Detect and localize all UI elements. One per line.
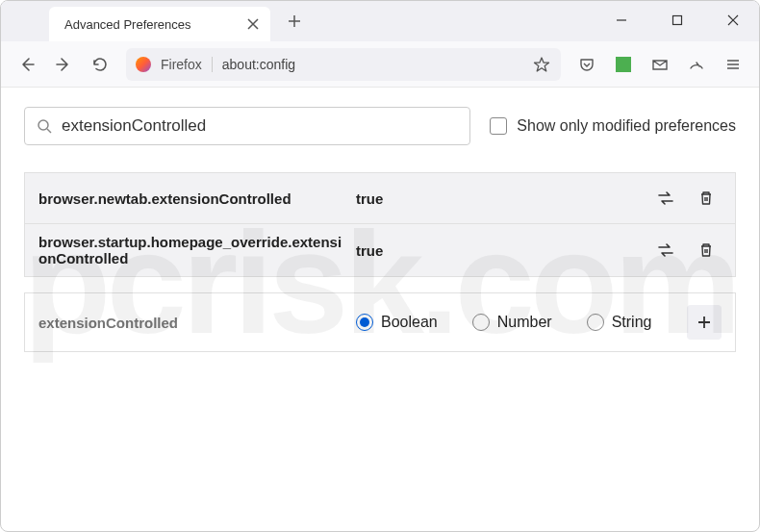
bookmark-star-icon[interactable] [532,55,551,74]
close-tab-icon[interactable] [245,16,261,32]
pref-row[interactable]: browser.newtab.extensionControlled true [25,173,735,224]
back-button[interactable] [11,48,43,81]
pref-row[interactable]: browser.startup.homepage_override.extens… [25,224,735,276]
type-radio-string[interactable]: String [587,314,652,331]
toggle-button[interactable] [650,235,681,266]
add-pref-button[interactable] [687,305,722,340]
new-pref-row: extensionControlled Boolean Number Strin… [24,292,736,352]
search-input[interactable] [62,116,458,136]
new-pref-name: extensionControlled [38,315,356,331]
radio-label: Boolean [381,314,438,331]
radio-icon [356,314,373,331]
pref-name: browser.startup.homepage_override.extens… [38,234,356,266]
checkbox-icon [490,117,507,135]
new-tab-button[interactable] [280,7,309,36]
preferences-list: browser.newtab.extensionControlled true … [24,172,736,277]
svg-point-1 [38,120,48,130]
pocket-icon[interactable] [570,48,603,81]
type-radio-number[interactable]: Number [472,314,552,331]
address-bar[interactable]: Firefox about:config [126,48,561,81]
close-window-button[interactable] [716,6,750,35]
tab-title: Advanced Preferences [64,17,191,32]
speed-icon[interactable] [680,48,713,81]
reload-button[interactable] [84,48,116,81]
svg-rect-0 [673,16,682,25]
menu-button[interactable] [717,48,749,81]
radio-label: Number [497,314,552,331]
browser-tab[interactable]: Advanced Preferences [49,7,270,41]
delete-button[interactable] [691,183,722,214]
search-icon [37,118,52,134]
checkbox-label-text: Show only modified preferences [517,117,736,135]
radio-label: String [612,314,652,331]
extension-icon[interactable] [607,48,640,81]
pref-value: true [356,242,650,259]
type-radio-boolean[interactable]: Boolean [356,314,438,331]
toggle-button[interactable] [650,183,681,214]
delete-button[interactable] [691,235,722,266]
url-text: about:config [222,57,522,72]
pref-name: browser.newtab.extensionControlled [38,190,356,207]
pref-value: true [356,190,650,207]
show-modified-checkbox[interactable]: Show only modified preferences [490,117,736,135]
mail-icon[interactable] [644,48,676,81]
radio-icon [587,314,604,331]
forward-button[interactable] [47,48,80,81]
radio-icon [472,314,490,331]
identity-label: Firefox [161,57,213,72]
search-box[interactable] [24,107,470,145]
maximize-button[interactable] [660,6,695,35]
minimize-button[interactable] [604,6,639,35]
firefox-logo-icon [136,57,151,72]
